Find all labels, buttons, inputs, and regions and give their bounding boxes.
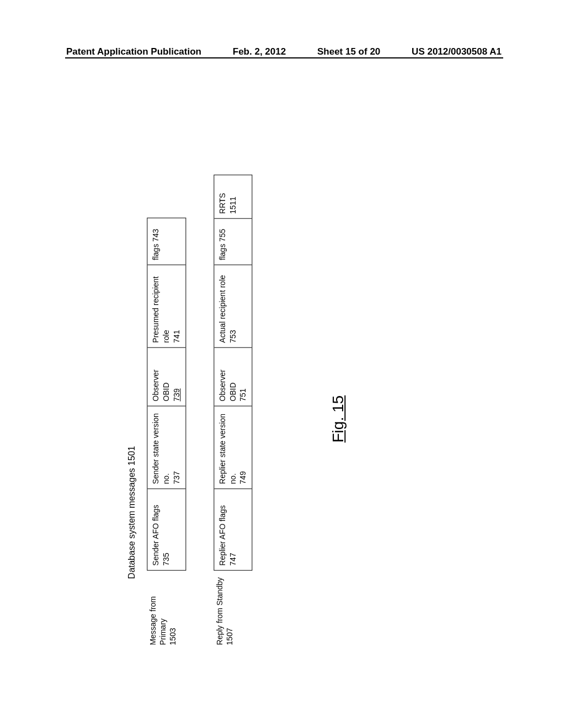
cell-flags-primary: flags 743 [147, 218, 185, 265]
cell-rrts: RRTS 1511 [214, 175, 252, 218]
cell-sender-state-version-l1: Sender state version no. [151, 411, 172, 484]
cell-replier-state-version-l1: Replier state version no. [217, 411, 238, 484]
page-header: Patent Application Publication Feb. 2, 2… [0, 46, 565, 57]
cell-presumed-recipient-role-l1: Presumed recipient role [151, 270, 172, 343]
figure-label: Fig. 15 [330, 193, 348, 645]
cell-actual-recipient-role-l2: 753 [228, 270, 238, 343]
cell-actual-recipient-role-l1: Actual recipient role [217, 270, 228, 343]
cell-flags-standby: flags 755 [214, 218, 252, 265]
standby-fields: Replier AFO flags 747 Replier state vers… [214, 175, 253, 571]
row-label-standby-l2: 1507 [225, 571, 234, 645]
header-patent-number: US 2012/0030508 A1 [412, 46, 502, 57]
cell-replier-afo-flags: Replier AFO flags 747 [214, 489, 252, 570]
cell-observer-obid-primary-l1: Observer OBID [151, 352, 172, 402]
row-label-primary: Message from Primary 1503 [147, 571, 178, 645]
header-publication: Patent Application Publication [66, 46, 201, 57]
figure-label-text: Fig. 15 [330, 395, 347, 443]
row-label-primary-l1: Message from Primary [148, 571, 168, 645]
primary-fields: Sender AFO flags 735 Sender state versio… [147, 218, 186, 571]
header-date: Feb. 2, 2012 [233, 46, 286, 57]
cell-observer-obid-standby: Observer OBID 751 [214, 347, 252, 406]
header-rule [65, 57, 503, 58]
cell-replier-state-version: Replier state version no. 749 [214, 406, 252, 489]
diagram-title: Database system messages 1501 [127, 193, 137, 579]
cell-observer-obid-primary: Observer OBID 739 [147, 347, 185, 406]
cell-presumed-recipient-role-l2: 741 [172, 270, 182, 343]
row-label-standby: Reply from Standby 1507 [214, 571, 234, 645]
row-label-standby-l1: Reply from Standby [215, 571, 225, 645]
reply-from-standby-row: Reply from Standby 1507 Replier AFO flag… [214, 193, 253, 645]
cell-sender-state-version: Sender state version no. 737 [147, 406, 185, 489]
cell-replier-state-version-l2: 749 [238, 411, 249, 484]
cell-actual-recipient-role: Actual recipient role 753 [214, 265, 252, 347]
figure-15: Database system messages 1501 Message fr… [127, 193, 347, 645]
cell-observer-obid-standby-l1: Observer OBID [217, 352, 238, 402]
cell-observer-obid-standby-l2: 751 [238, 352, 249, 402]
header-sheet: Sheet 15 of 20 [317, 46, 380, 57]
cell-sender-afo-flags: Sender AFO flags 735 [147, 489, 185, 570]
cell-presumed-recipient-role: Presumed recipient role 741 [147, 265, 185, 347]
message-from-primary-row: Message from Primary 1503 Sender AFO fla… [147, 193, 186, 645]
cell-observer-obid-primary-l2: 739 [172, 352, 182, 402]
row-label-primary-l2: 1503 [168, 571, 178, 645]
cell-sender-state-version-l2: 737 [172, 411, 182, 484]
